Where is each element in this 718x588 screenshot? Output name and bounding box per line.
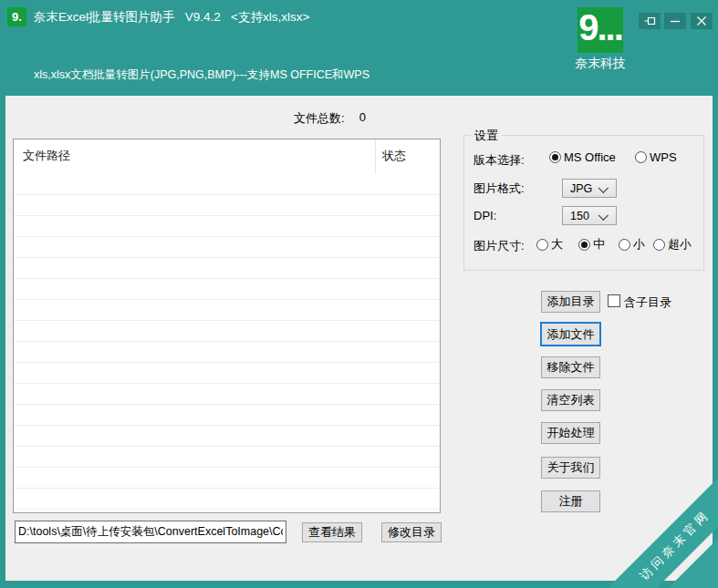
radio-size-medium-label: 中 (593, 236, 605, 253)
close-button[interactable] (691, 13, 713, 29)
description-line-1: xls,xlsx文档批量转图片(JPG,PNG,BMP)---支持MS OFFI… (34, 67, 369, 83)
settings-group: 设置 版本选择: MS Office WPS 图片格式: JPG DPI: 15… (463, 135, 704, 271)
radio-size-large-label: 大 (551, 236, 563, 253)
dpi-dropdown-value: 150 (563, 210, 600, 222)
start-processing-button[interactable]: 开始处理 (541, 422, 600, 444)
close-icon (696, 15, 707, 26)
view-result-button[interactable]: 查看结果 (302, 522, 362, 542)
change-directory-button[interactable]: 修改目录 (381, 522, 442, 542)
logo-glyph: 9... (578, 7, 622, 47)
radio-size-xsmall-icon (653, 239, 665, 251)
file-list-table[interactable]: 文件路径 状态 (13, 139, 441, 513)
window-title: 奈末Excel批量转图片助手 V9.4.2 <支持xls,xlsx> (34, 9, 309, 26)
output-path-input[interactable] (15, 521, 286, 543)
radio-ms-office[interactable]: MS Office (549, 150, 616, 164)
version-label: 版本选择: (473, 152, 525, 169)
radio-ms-office-label: MS Office (564, 150, 616, 164)
radio-wps-icon (635, 151, 647, 163)
format-dropdown-value: JPG (563, 182, 600, 195)
radio-size-large[interactable]: 大 (536, 236, 563, 253)
column-header-status[interactable]: 状态 (382, 148, 406, 164)
radio-size-small-icon (619, 239, 630, 251)
format-label: 图片格式: (473, 181, 525, 197)
radio-ms-office-icon (549, 151, 561, 163)
settings-group-label: 设置 (471, 128, 502, 144)
add-file-button[interactable]: 添加文件 (540, 322, 601, 346)
pin-icon (644, 15, 656, 26)
brand-name: 奈末科技 (567, 56, 633, 72)
brand-logo: 9... (578, 7, 623, 53)
add-directory-button[interactable]: 添加目录 (541, 291, 600, 313)
size-label: 图片尺寸: (473, 238, 525, 254)
clear-list-button[interactable]: 清空列表 (541, 389, 600, 411)
app-icon: 9. (7, 7, 26, 26)
format-dropdown[interactable]: JPG (562, 179, 617, 198)
radio-wps[interactable]: WPS (635, 150, 677, 164)
radio-wps-label: WPS (650, 150, 677, 164)
file-total-label: 文件总数: (294, 110, 345, 127)
include-subdir-checkbox[interactable] (608, 294, 620, 307)
minimize-icon (670, 15, 681, 26)
radio-size-large-icon (536, 239, 548, 251)
pin-button[interactable] (639, 13, 661, 29)
about-us-button[interactable]: 关于我们 (541, 457, 600, 479)
column-header-path[interactable]: 文件路径 (23, 148, 70, 164)
radio-size-small-label: 小 (633, 236, 645, 253)
dpi-label: DPI: (473, 209, 496, 222)
dpi-dropdown[interactable]: 150 (562, 206, 617, 225)
remove-file-button[interactable]: 移除文件 (541, 356, 600, 378)
radio-size-medium-icon (578, 239, 590, 251)
table-rows-area[interactable] (14, 174, 440, 512)
file-total: 文件总数: 0 (294, 110, 366, 127)
app-window: 9. 奈末Excel批量转图片助手 V9.4.2 <支持xls,xlsx> xl… (0, 0, 718, 588)
include-subdir-label[interactable]: 含子目录 (624, 294, 671, 311)
radio-size-xsmall[interactable]: 超小 (653, 236, 692, 253)
minimize-button[interactable] (664, 13, 686, 29)
radio-size-small[interactable]: 小 (619, 236, 645, 253)
file-total-value: 0 (359, 110, 366, 127)
radio-size-medium[interactable]: 中 (578, 236, 605, 253)
register-button[interactable]: 注册 (541, 490, 600, 512)
radio-size-xsmall-label: 超小 (668, 236, 692, 253)
